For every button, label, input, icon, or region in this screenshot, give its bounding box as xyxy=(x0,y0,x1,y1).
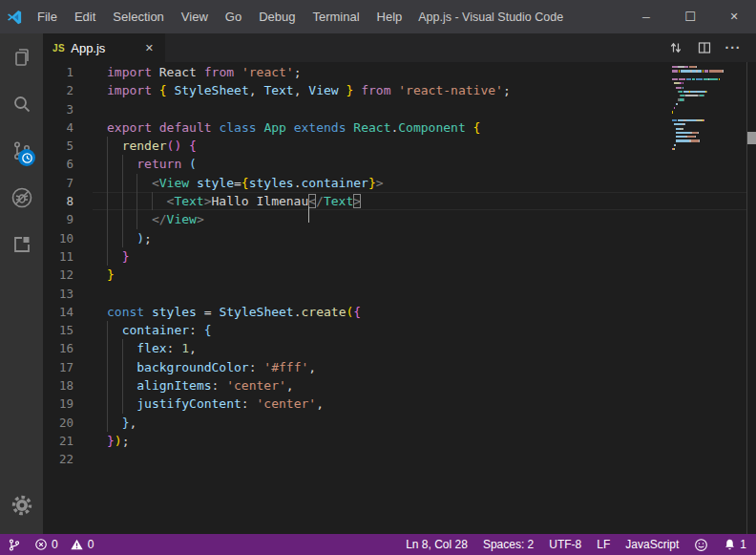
menu-item-debug[interactable]: Debug xyxy=(250,0,304,33)
maximize-button[interactable]: ☐ xyxy=(668,0,712,33)
code-line[interactable]: 14const styles = StyleSheet.create({ xyxy=(43,303,756,321)
code-line[interactable]: 22 xyxy=(43,450,756,468)
code-line-text: } xyxy=(93,266,747,284)
code-token: , xyxy=(286,378,294,393)
menu-bar: FileEditSelectionViewGoDebugTerminalHelp xyxy=(29,0,410,33)
git-branch-icon[interactable] xyxy=(8,538,21,552)
code-line[interactable]: 10); xyxy=(43,229,756,247)
code-token: { xyxy=(242,176,249,190)
code-token: , xyxy=(249,83,264,97)
code-line[interactable]: 2import { StyleSheet, Text, View } from … xyxy=(43,81,756,99)
indent-guide xyxy=(107,247,122,266)
code-token: extends xyxy=(294,120,346,135)
code-token: import xyxy=(107,83,152,97)
code-editor[interactable]: 1import React from 'react';2import { Sty… xyxy=(43,62,756,534)
code-token: } xyxy=(368,176,376,190)
code-line[interactable]: 6return ( xyxy=(43,155,756,173)
settings-gear-icon[interactable] xyxy=(0,486,43,524)
code-line[interactable]: 13 xyxy=(43,285,756,303)
code-token: flex xyxy=(136,341,166,355)
code-token: , xyxy=(294,83,309,97)
tab-label: App.js xyxy=(71,41,137,55)
eol-sequence[interactable]: LF xyxy=(597,538,610,551)
split-editor-icon[interactable] xyxy=(695,38,714,57)
indent-guide xyxy=(122,358,137,376)
code-token: '#fff' xyxy=(263,360,308,374)
extensions-icon[interactable] xyxy=(0,221,43,267)
notifications-bell[interactable]: 1 xyxy=(724,538,746,551)
explorer-icon[interactable] xyxy=(0,33,43,80)
code-token: , xyxy=(308,360,316,374)
code-line[interactable]: 18alignItems: 'center', xyxy=(43,376,756,395)
menu-item-go[interactable]: Go xyxy=(217,0,250,33)
error-count: 0 xyxy=(52,538,58,551)
code-line[interactable]: 3 xyxy=(43,100,756,118)
code-line[interactable]: 9</View> xyxy=(43,210,756,228)
menu-item-view[interactable]: View xyxy=(173,0,217,33)
code-token: { xyxy=(473,120,481,135)
code-line-text: </View> xyxy=(93,210,747,228)
line-number: 16 xyxy=(43,339,93,357)
menu-item-selection[interactable]: Selection xyxy=(104,0,172,33)
code-line[interactable]: 8<Text>Hallo Ilmenau</Text> xyxy=(43,192,756,210)
language-mode[interactable]: JavaScript xyxy=(625,538,679,551)
tab-appjs[interactable]: JS App.js ✕ xyxy=(43,33,165,62)
indentation[interactable]: Spaces: 2 xyxy=(483,538,534,551)
code-token: View xyxy=(308,83,338,97)
code-line[interactable]: 15container: { xyxy=(43,321,756,339)
debug-icon[interactable] xyxy=(0,174,43,221)
code-token: container xyxy=(301,176,368,190)
code-token: create xyxy=(302,305,346,319)
code-line-text: import React from 'react'; xyxy=(93,63,747,81)
code-line[interactable]: 7<View style={styles.container}> xyxy=(43,174,756,192)
menu-item-file[interactable]: File xyxy=(29,0,66,33)
tab-close-icon[interactable]: ✕ xyxy=(143,40,156,56)
indent-guide xyxy=(122,155,137,173)
source-control-icon[interactable] xyxy=(0,127,43,174)
indent-guide xyxy=(122,210,137,228)
minimize-button[interactable]: ─ xyxy=(624,0,668,33)
indent-guide xyxy=(136,192,152,210)
code-token: : xyxy=(167,341,182,355)
code-token: return xyxy=(136,157,181,171)
code-line[interactable]: 21}); xyxy=(43,432,756,450)
code-line[interactable]: 11} xyxy=(43,247,756,266)
feedback-smiley-icon[interactable] xyxy=(694,538,708,552)
code-token: StyleSheet xyxy=(174,83,248,97)
code-line[interactable]: 19justifyContent: 'center', xyxy=(43,395,756,413)
code-token: < xyxy=(152,176,159,190)
menu-item-edit[interactable]: Edit xyxy=(66,0,104,33)
code-token: alignItems xyxy=(136,378,211,393)
code-line-text: container: { xyxy=(93,321,747,339)
overview-ruler-cursor-marker[interactable] xyxy=(747,132,756,144)
indent-guide xyxy=(107,192,122,210)
problems-status[interactable]: 0 0 xyxy=(34,538,94,551)
code-line[interactable]: 16flex: 1, xyxy=(43,339,756,357)
code-token: import xyxy=(107,65,152,79)
code-token: { xyxy=(204,323,212,337)
indent-guide xyxy=(122,339,137,357)
code-token xyxy=(353,83,361,97)
code-line[interactable]: 1import React from 'react'; xyxy=(43,63,756,81)
code-line[interactable]: 5render() { xyxy=(43,137,756,155)
cursor-position[interactable]: Ln 8, Col 28 xyxy=(406,538,468,551)
line-number: 17 xyxy=(43,358,93,376)
more-actions-icon[interactable]: ··· xyxy=(724,38,743,57)
close-button[interactable]: ✕ xyxy=(712,0,756,33)
menu-item-terminal[interactable]: Terminal xyxy=(304,0,368,33)
line-number: 1 xyxy=(43,63,93,81)
search-icon[interactable] xyxy=(0,80,43,127)
code-token xyxy=(152,83,159,97)
encoding[interactable]: UTF-8 xyxy=(549,538,581,551)
code-line[interactable]: 12} xyxy=(43,266,756,284)
code-line[interactable]: 4export default class App extends React.… xyxy=(43,118,756,137)
minimap[interactable] xyxy=(672,65,727,156)
sync-changes-icon[interactable] xyxy=(666,38,685,57)
code-line[interactable]: 20}, xyxy=(43,414,756,432)
code-line[interactable]: 17backgroundColor: '#fff', xyxy=(43,358,756,376)
code-token: = xyxy=(234,176,242,190)
code-token xyxy=(181,157,189,171)
code-token: render xyxy=(122,139,167,153)
code-token: , xyxy=(189,341,197,355)
line-number: 14 xyxy=(43,303,93,321)
